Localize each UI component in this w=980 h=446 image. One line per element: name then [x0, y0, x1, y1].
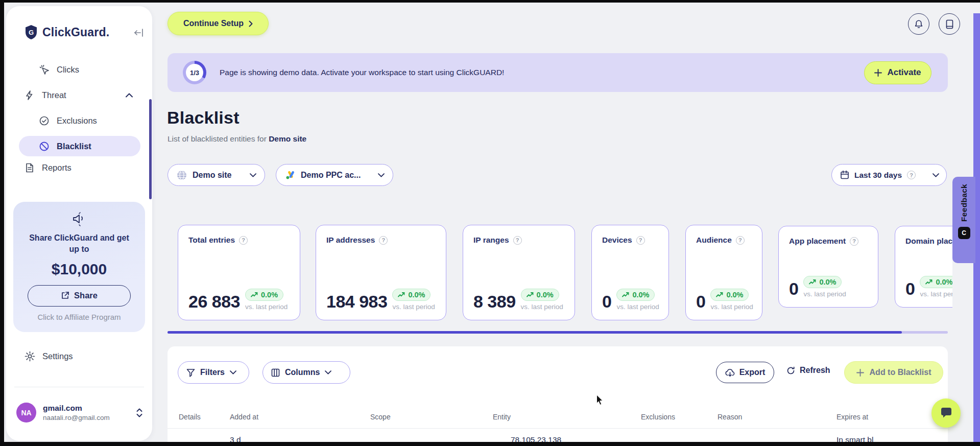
document-icon: [25, 162, 35, 173]
site-selector[interactable]: Demo site: [168, 164, 265, 186]
cloud-download-icon: [725, 368, 735, 377]
plus-icon: [874, 69, 882, 77]
columns-label: Columns: [285, 368, 320, 377]
columns-button[interactable]: Columns: [262, 361, 350, 384]
sidebar-item-blacklist[interactable]: Blacklist: [19, 136, 140, 156]
share-button-label: Share: [74, 291, 98, 300]
delta-badge: 0.0%: [245, 289, 283, 301]
sidebar-item-threat[interactable]: Threat: [25, 90, 133, 101]
column-header-details[interactable]: Details: [179, 413, 201, 421]
sidebar: G ClickGuard. Clicks Threat: [6, 6, 152, 441]
blacklist-table-panel: Filters Columns Export Refresh: [168, 346, 948, 442]
chat-widget-button[interactable]: [931, 398, 961, 428]
setup-progress-ring: 1/3: [183, 61, 206, 84]
svg-text:G: G: [29, 29, 34, 36]
date-range-selector[interactable]: Last 30 days ?: [831, 164, 947, 186]
sidebar-item-label: Settings: [42, 351, 73, 361]
help-icon[interactable]: ?: [513, 236, 522, 245]
cards-scrollbar-thumb[interactable]: [168, 331, 902, 334]
stat-label: Devices: [602, 236, 632, 245]
stat-value: 0: [905, 279, 915, 299]
promo-headline: Share ClickGuard and get up to: [26, 232, 133, 255]
affiliate-promo-card[interactable]: Share ClickGuard and get up to $10,000 S…: [13, 202, 145, 332]
refresh-button[interactable]: Refresh: [786, 366, 830, 375]
activate-button[interactable]: Activate: [864, 61, 931, 84]
sidebar-scrollbar[interactable]: [149, 99, 152, 199]
workspace-name: gmail.com: [43, 404, 110, 413]
column-header-added-at[interactable]: Added at: [230, 413, 258, 421]
help-icon[interactable]: ?: [736, 236, 745, 245]
chevron-down-icon: [378, 173, 385, 177]
sidebar-item-clicks[interactable]: Clicks: [39, 64, 79, 75]
sidebar-item-label: Blacklist: [57, 142, 91, 151]
stat-card-ip-addresses: IP addresses? 184 983 0.0% vs. last peri…: [316, 225, 446, 320]
chat-bubble-icon: [940, 407, 953, 419]
sidebar-item-reports[interactable]: Reports: [25, 162, 71, 173]
delta-badge: 0.0%: [392, 289, 431, 301]
cell-added-at: 3 d: [230, 435, 241, 442]
feedback-tab[interactable]: Feedback C: [952, 177, 975, 263]
screen-edge: [0, 0, 980, 3]
chevron-down-icon: [325, 370, 331, 374]
mouse-cursor: [596, 394, 605, 406]
feedback-widget-icon: C: [958, 227, 970, 239]
stat-card-devices: Devices? 0 0.0% vs. last period: [591, 225, 669, 320]
refresh-icon: [786, 366, 795, 375]
sidebar-item-label: Exclusions: [57, 116, 97, 126]
site-selector-label: Demo site: [193, 171, 231, 180]
column-header-scope[interactable]: Scope: [370, 413, 391, 421]
bell-icon: [914, 19, 923, 29]
cursor-click-icon: [39, 64, 50, 75]
stat-label: IP ranges: [473, 236, 509, 245]
demo-data-banner: 1/3 Page is showing demo data. Activate …: [168, 53, 948, 92]
shield-logo-icon: G: [25, 25, 38, 40]
chevron-down-icon: [230, 370, 236, 374]
brand-name: ClickGuard.: [42, 26, 109, 39]
stat-label: App placement: [789, 237, 846, 246]
page-subtitle: List of blacklisted entities for Demo si…: [168, 134, 306, 144]
sidebar-item-exclusions[interactable]: Exclusions: [39, 115, 97, 126]
notifications-button[interactable]: [908, 13, 929, 35]
filters-button[interactable]: Filters: [178, 361, 249, 384]
sidebar-item-label: Threat: [42, 90, 66, 100]
plus-icon: [856, 369, 864, 377]
continue-setup-button[interactable]: Continue Setup: [168, 12, 269, 35]
lightning-icon: [25, 90, 35, 101]
ppc-selector-label: Demo PPC ac...: [301, 171, 361, 180]
filters-label: Filters: [200, 368, 225, 377]
vs-period-label: vs. last period: [803, 290, 846, 299]
vs-period-label: vs. last period: [392, 302, 435, 312]
account-switcher[interactable]: NA gmail.com naatali.ro@gmail.com: [16, 403, 143, 422]
sidebar-item-label: Reports: [42, 163, 71, 173]
stat-label: Domain placement: [905, 237, 952, 246]
column-header-expires-at[interactable]: Expires at: [836, 413, 868, 421]
help-icon[interactable]: ?: [239, 236, 248, 245]
vs-period-label: vs. last period: [920, 290, 952, 299]
column-header-reason[interactable]: Reason: [718, 413, 742, 421]
external-link-icon: [61, 291, 69, 300]
megaphone-icon: [71, 212, 87, 226]
sidebar-collapse-icon[interactable]: [134, 28, 144, 38]
affiliate-link[interactable]: Click to Affiliate Program: [13, 313, 145, 321]
sidebar-item-settings[interactable]: Settings: [25, 351, 73, 362]
help-icon[interactable]: ?: [850, 237, 858, 246]
export-button[interactable]: Export: [716, 362, 774, 383]
ban-icon: [39, 141, 50, 152]
columns-icon: [271, 368, 280, 377]
avatar: NA: [16, 403, 36, 422]
column-header-entity[interactable]: Entity: [493, 413, 511, 421]
stat-value: 8 389: [473, 292, 516, 312]
help-icon[interactable]: ?: [636, 236, 645, 245]
vs-period-label: vs. last period: [710, 302, 753, 312]
docs-button[interactable]: [939, 13, 960, 35]
brand-logo[interactable]: G ClickGuard.: [25, 25, 109, 40]
badge-check-icon: [39, 115, 50, 126]
subtitle-site-name: Demo site: [269, 134, 306, 143]
help-icon[interactable]: ?: [379, 236, 388, 245]
column-header-exclusions[interactable]: Exclusions: [641, 413, 675, 421]
help-icon[interactable]: ?: [907, 171, 916, 179]
share-button[interactable]: Share: [28, 285, 131, 307]
ppc-account-selector[interactable]: Demo PPC ac...: [276, 164, 393, 186]
add-to-blacklist-button[interactable]: Add to Blacklist: [844, 361, 943, 384]
book-icon: [945, 19, 954, 29]
